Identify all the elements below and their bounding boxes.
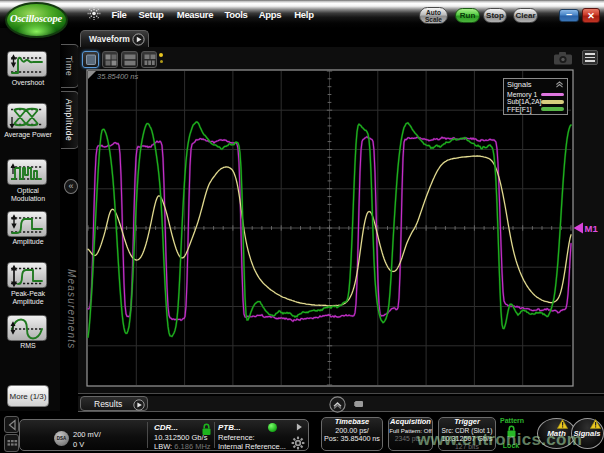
svg-text:35.85400 ns: 35.85400 ns [97,72,139,81]
svg-text:M1: M1 [585,223,599,234]
